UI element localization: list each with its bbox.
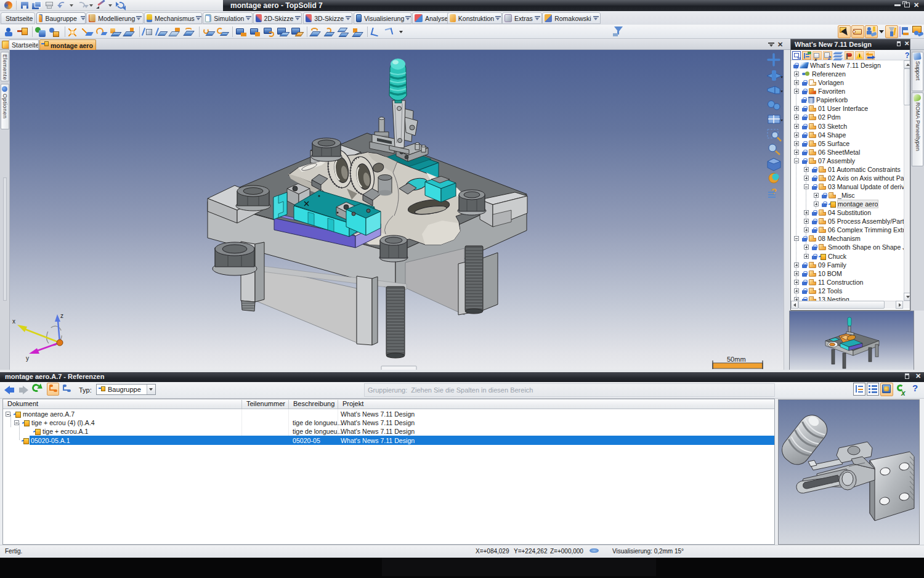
svg-text:x: x xyxy=(12,318,15,325)
svg-text:y: y xyxy=(26,355,29,362)
svg-text:z: z xyxy=(60,312,63,319)
svg-text:50mm: 50mm xyxy=(727,356,746,363)
